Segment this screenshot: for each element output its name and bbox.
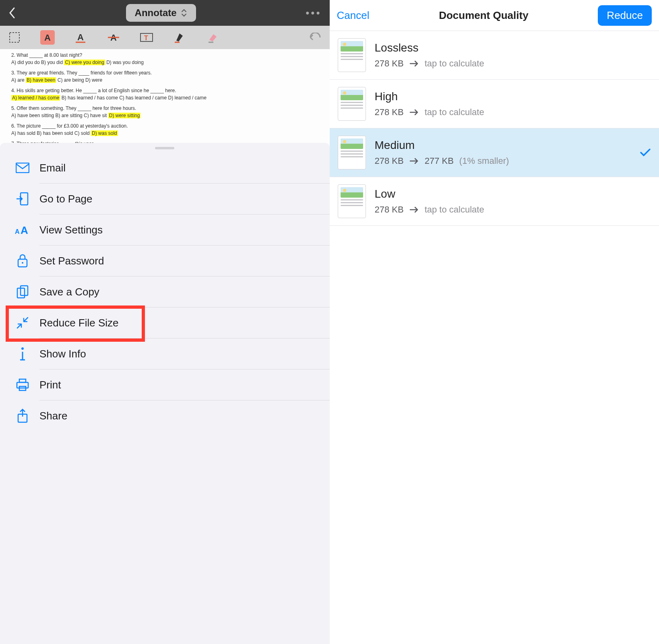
quality-label: Lossless — [375, 41, 651, 54]
arrow-right-icon — [409, 157, 419, 165]
strikethrough-icon[interactable]: A — [106, 30, 121, 45]
action-sheet: Email Go to Page AA View Settings Set Pa… — [0, 143, 330, 644]
textbox-icon[interactable]: T — [139, 30, 154, 45]
quality-label: High — [375, 90, 651, 103]
menu-label: Email — [39, 162, 66, 174]
mail-icon — [14, 163, 31, 173]
print-icon — [14, 378, 31, 391]
result-size: 277 KB — [425, 156, 454, 166]
menu-save-copy[interactable]: Save a Copy — [0, 277, 330, 307]
menu-label: View Settings — [39, 224, 103, 236]
svg-text:A: A — [21, 224, 28, 235]
eraser-icon[interactable] — [205, 30, 220, 45]
page-title: Document Quality — [439, 9, 528, 22]
svg-text:A: A — [15, 228, 20, 235]
menu-label: Reduce File Size — [39, 317, 119, 329]
arrow-right-icon — [409, 109, 419, 116]
back-button[interactable] — [8, 7, 16, 19]
svg-text:A: A — [44, 33, 51, 43]
svg-rect-22 — [19, 379, 26, 382]
result-text: tap to calculate — [425, 107, 484, 118]
quality-label: Medium — [375, 139, 640, 152]
quality-option-low[interactable]: Low 278 KB tap to calculate — [330, 177, 659, 226]
menu-label: Print — [39, 379, 61, 391]
quality-option-high[interactable]: High 278 KB tap to calculate — [330, 80, 659, 128]
menu-show-info[interactable]: Show Info — [0, 339, 330, 369]
svg-rect-10 — [16, 163, 29, 173]
menu-label: Show Info — [39, 348, 86, 360]
quality-option-medium[interactable]: Medium 278 KB 277 KB (1% smaller) — [330, 128, 659, 177]
svg-text:T: T — [144, 35, 148, 41]
mode-label: Annotate — [135, 7, 177, 19]
arrow-right-icon — [409, 60, 419, 67]
quality-option-lossless[interactable]: Lossless 278 KB tap to calculate — [330, 31, 659, 80]
menu-reduce-file-size[interactable]: Reduce File Size — [0, 308, 330, 338]
reduce-button[interactable]: Reduce — [598, 5, 652, 26]
original-size: 278 KB — [375, 107, 404, 118]
menu-share[interactable]: Share — [0, 400, 330, 431]
menu-view-settings[interactable]: AA View Settings — [0, 215, 330, 245]
svg-rect-0 — [10, 33, 19, 42]
svg-text:A: A — [77, 32, 84, 42]
menu-label: Set Password — [39, 255, 104, 267]
goto-icon — [14, 192, 31, 206]
underline-text-icon[interactable]: A — [73, 30, 88, 45]
menu-label: Save a Copy — [39, 286, 99, 298]
lock-icon — [14, 254, 31, 268]
result-text: tap to calculate — [425, 204, 484, 215]
undo-icon[interactable] — [308, 30, 322, 45]
text-size-icon: AA — [14, 224, 31, 235]
copy-icon — [14, 285, 31, 299]
menu-set-password[interactable]: Set Password — [0, 246, 330, 276]
quality-label: Low — [375, 188, 651, 200]
menu-label: Go to Page — [39, 193, 93, 205]
thumbnail-icon — [338, 184, 366, 218]
check-icon — [640, 148, 651, 157]
arrow-right-icon — [409, 206, 419, 213]
more-button[interactable]: ••• — [306, 7, 321, 19]
mode-selector[interactable]: Annotate — [126, 4, 196, 22]
highlight-text-icon[interactable]: A — [40, 30, 55, 45]
result-text: tap to calculate — [425, 58, 484, 69]
cancel-button[interactable]: Cancel — [337, 9, 370, 22]
menu-email[interactable]: Email — [0, 153, 330, 183]
compress-icon — [14, 316, 31, 329]
select-tool-icon[interactable] — [7, 30, 22, 45]
thumbnail-icon — [338, 38, 366, 72]
svg-rect-21 — [17, 382, 28, 388]
menu-label: Share — [39, 410, 67, 422]
svg-point-18 — [21, 347, 24, 350]
sheet-grabber[interactable] — [155, 147, 174, 149]
result-pct: (1% smaller) — [459, 156, 509, 166]
pen-icon[interactable] — [172, 30, 187, 45]
menu-goto-page[interactable]: Go to Page — [0, 184, 330, 214]
menu-print[interactable]: Print — [0, 369, 330, 400]
share-icon — [14, 409, 31, 423]
info-icon — [14, 347, 31, 361]
original-size: 278 KB — [375, 204, 404, 215]
thumbnail-icon — [338, 87, 366, 121]
thumbnail-icon — [338, 136, 366, 169]
svg-point-15 — [22, 262, 23, 264]
original-size: 278 KB — [375, 156, 404, 166]
original-size: 278 KB — [375, 58, 404, 69]
